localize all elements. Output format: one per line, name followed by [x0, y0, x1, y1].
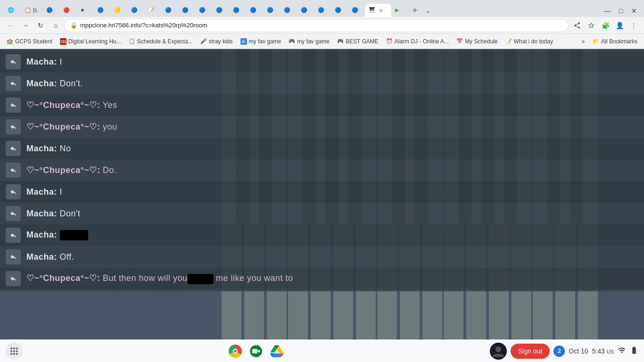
bookmark-favicon-whatidotoday: 📝 — [505, 38, 512, 45]
user-avatar[interactable] — [490, 343, 507, 360]
back-button[interactable]: ← — [4, 19, 17, 32]
tab-favicon-d2l: 📋 — [25, 7, 31, 14]
message-row-10: Macha: Off. — [0, 246, 644, 268]
profile-button[interactable]: 👤 — [613, 19, 626, 32]
tab-favicon-6: 🔵 — [97, 7, 104, 14]
notification-badge[interactable]: 2 — [553, 346, 565, 357]
tab-mpp-active[interactable]: 🎹 ✕ — [365, 4, 391, 17]
tab-14[interactable]: 🔵 — [229, 4, 246, 17]
tab-favicon-5: ★ — [80, 7, 87, 14]
bookmark-straykids[interactable]: 🎤 stray kids — [198, 36, 236, 47]
tab-d2l[interactable]: 📋D2L — [21, 4, 42, 17]
tab-add-button[interactable]: + — [408, 4, 421, 17]
reply-button-7[interactable] — [6, 184, 21, 199]
bookmark-label-bestgame: BEST GAME — [346, 38, 379, 45]
forward-button[interactable]: → — [19, 19, 32, 32]
reply-button-9[interactable] — [6, 228, 21, 243]
bookmark-whatidotoday[interactable]: 📝 What i do today — [503, 36, 556, 47]
maximize-button[interactable]: □ — [615, 5, 627, 17]
tab-9[interactable]: 📝 — [144, 4, 161, 17]
google-meet-taskbar-icon[interactable] — [248, 343, 264, 360]
message-text-2: Macha: Don't. — [26, 79, 83, 89]
extensions-button[interactable]: 🧩 — [599, 19, 612, 32]
tab-favicon-15: 🔵 — [250, 7, 256, 14]
bookmark-favgame[interactable]: A my fav game — [238, 36, 284, 47]
message-text-7: Macha: I — [26, 187, 62, 197]
reply-button-8[interactable] — [6, 206, 21, 221]
tab-17[interactable]: 🔵 — [280, 4, 297, 17]
tab-7[interactable]: 🟡 — [110, 4, 127, 17]
tab-favicon-18: 🔵 — [301, 7, 307, 14]
reload-button[interactable]: ↻ — [34, 19, 47, 32]
message-text-5: Macha: No — [26, 144, 71, 154]
url-bar[interactable]: 🔒 mppclone.hri7566.info/?c=kats%20rp%20r… — [64, 19, 569, 32]
tab-12[interactable]: 🔵 — [195, 4, 212, 17]
tab-4[interactable]: 🔴 — [59, 4, 76, 17]
close-button[interactable]: ✕ — [628, 5, 640, 17]
tab-green[interactable]: ▶ — [391, 4, 408, 17]
tab-19[interactable]: 🔵 — [314, 4, 331, 17]
bookmark-myschedule[interactable]: 📅 My Schedule — [454, 36, 500, 47]
wifi-icon[interactable] — [618, 346, 626, 356]
bookmark-bestgame[interactable]: 🎮 BEST GAME — [334, 36, 381, 47]
bookmark-star-button[interactable] — [585, 19, 598, 32]
reply-button-10[interactable] — [6, 249, 21, 264]
reply-button-4[interactable] — [6, 119, 21, 134]
tab-favicon-4: 🔴 — [63, 7, 70, 14]
tab-1[interactable]: 🌐 — [4, 4, 21, 17]
svg-point-4 — [13, 350, 15, 352]
tab-3[interactable]: 🔵 — [42, 4, 59, 17]
tab-20[interactable]: 🔵 — [331, 4, 348, 17]
message-row-6: ♡~°Chupeca°~♡: Do. — [0, 159, 644, 181]
tab-favicon-14: 🔵 — [233, 7, 239, 14]
taskbar-center — [26, 343, 486, 360]
home-button[interactable]: ⌂ — [49, 19, 62, 32]
google-drive-taskbar-icon[interactable] — [268, 343, 285, 360]
launcher-button[interactable] — [6, 343, 23, 360]
message-row-5: Macha: No — [0, 138, 644, 159]
svg-point-6 — [10, 353, 12, 354]
reply-button-11[interactable] — [6, 271, 21, 286]
bookmark-d2l[interactable]: D2L Digital Learning Hu... — [57, 36, 124, 47]
bookmark-label-whatidotoday: What i do today — [514, 38, 553, 45]
reply-button-2[interactable] — [6, 76, 21, 91]
tab-overflow-button[interactable]: ⌄ — [421, 4, 435, 17]
svg-rect-10 — [252, 349, 258, 353]
message-text-1: Macha: I — [26, 57, 62, 67]
menu-button[interactable]: ⋮ — [627, 19, 640, 32]
bookmarks-bar: 🏫 GCPS Student D2L Digital Learning Hu..… — [0, 34, 644, 49]
message-text-8: Macha: Don't — [26, 209, 80, 219]
reply-button-5[interactable] — [6, 141, 21, 156]
chrome-taskbar-icon[interactable] — [227, 343, 244, 360]
message-row-7: Macha: I — [0, 181, 644, 203]
reply-button-3[interactable] — [6, 98, 21, 113]
reply-button-1[interactable] — [6, 54, 21, 69]
tab-favicon-9: 📝 — [148, 7, 155, 14]
tab-13[interactable]: 🔵 — [212, 4, 229, 17]
tab-8[interactable]: 🔵 — [127, 4, 144, 17]
bookmark-favgame2[interactable]: 🎮 my fav game — [286, 36, 332, 47]
bookmark-all-bookmarks[interactable]: 📁 All Bookmarks — [589, 36, 640, 47]
tab-6[interactable]: 🔵 — [93, 4, 110, 17]
share-button[interactable] — [570, 19, 584, 32]
tab-16[interactable]: 🔵 — [263, 4, 280, 17]
reply-button-6[interactable] — [6, 163, 21, 178]
sign-out-button[interactable]: Sign out — [511, 344, 550, 359]
message-text-11: ♡~°Chupeca°~♡: But then how will you me … — [26, 273, 293, 284]
bookmark-label-favgame: my fav game — [249, 38, 281, 45]
bookmark-gcps[interactable]: 🏫 GCPS Student — [4, 36, 55, 47]
minimize-button[interactable]: — — [602, 5, 614, 17]
tab-18[interactable]: 🔵 — [297, 4, 314, 17]
tab-favicon-green: ▶ — [395, 7, 402, 14]
tab-21[interactable]: 🔵 — [348, 4, 365, 17]
window-controls: — □ ✕ — [602, 5, 640, 17]
bookmark-more-button[interactable]: » — [579, 36, 588, 47]
tab-15[interactable]: 🔵 — [246, 4, 263, 17]
tab-11[interactable]: 🔵 — [178, 4, 195, 17]
bookmark-schedule[interactable]: 📋 Schedule & Expecta... — [126, 36, 196, 47]
tab-10[interactable]: 🔵 — [161, 4, 178, 17]
message-row-11: ♡~°Chupeca°~♡: But then how will you me … — [0, 268, 644, 289]
tab-close-mpp[interactable]: ✕ — [377, 7, 385, 14]
tab-5[interactable]: ★ — [76, 4, 93, 17]
bookmark-alarm[interactable]: ⏰ Alarm DJ - Online A... — [383, 36, 452, 47]
